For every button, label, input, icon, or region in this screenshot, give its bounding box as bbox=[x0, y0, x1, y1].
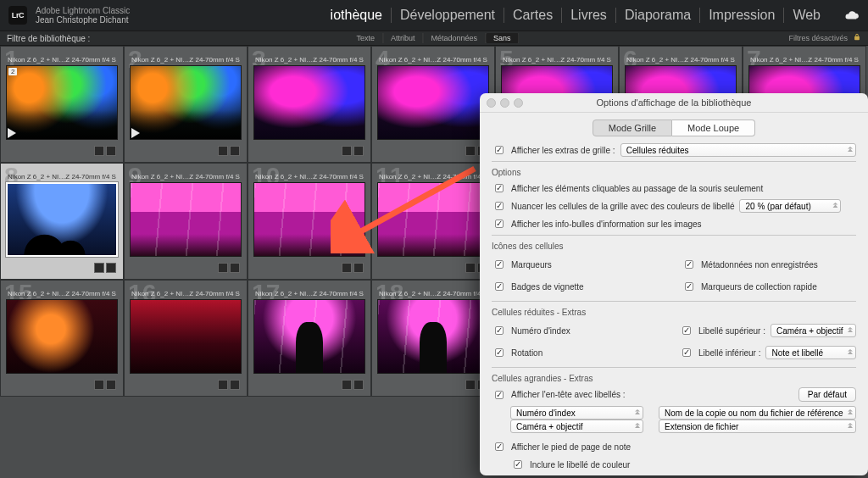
thumb-badge[interactable] bbox=[94, 263, 104, 273]
thumb-badge[interactable] bbox=[465, 263, 476, 273]
grid-cell[interactable]: 15Nikon Z 6_2 + NI…Z 24-70mm f/4 S bbox=[0, 280, 124, 397]
flag-icon[interactable] bbox=[8, 128, 16, 138]
btn-defaults[interactable]: Par défaut bbox=[798, 387, 856, 402]
sel-top-label[interactable]: Caméra + objectif bbox=[771, 324, 856, 337]
tab-loupe-mode[interactable]: Mode Loupe bbox=[672, 119, 755, 136]
grid-cell[interactable]: 4Nikon Z 6_2 + NI…Z 24-70mm f/4 S bbox=[371, 46, 495, 163]
grid-cell[interactable]: 11Nikon Z 6_2 + NI…Z 24-70mm f/4 S bbox=[371, 163, 495, 280]
thumb-badge[interactable] bbox=[94, 146, 104, 156]
chk-show-grid-extras[interactable] bbox=[495, 146, 504, 154]
cell-footer bbox=[248, 257, 370, 279]
grid-cell[interactable]: 17Nikon Z 6_2 + NI…Z 24-70mm f/4 S bbox=[248, 280, 371, 397]
thumbnail[interactable] bbox=[377, 299, 489, 374]
thumb-badge[interactable] bbox=[230, 146, 240, 156]
library-grid-area: 1Nikon Z 6_2 + NI…Z 24-70mm f/4 S22Nikon… bbox=[0, 46, 868, 478]
thumb-badge[interactable] bbox=[106, 263, 116, 273]
grid-cell[interactable]: 8Nikon Z 6_2 + NI…Z 24-70mm f/4 S bbox=[0, 163, 124, 280]
chk-clickable-hover[interactable] bbox=[495, 184, 504, 192]
sel-exp-field3[interactable]: Caméra + objectif bbox=[510, 420, 643, 433]
thumb-badge[interactable] bbox=[465, 146, 476, 156]
module-iothèque[interactable]: iothèque bbox=[322, 8, 392, 23]
thumb-badge[interactable] bbox=[353, 380, 364, 390]
module-développement[interactable]: Développement bbox=[392, 8, 504, 23]
filter-tab-métadonnées[interactable]: Métadonnées bbox=[423, 33, 486, 43]
chk-quick-collection[interactable] bbox=[685, 282, 693, 291]
thumb-badge[interactable] bbox=[230, 263, 240, 273]
tab-grid-mode[interactable]: Mode Grille bbox=[593, 119, 672, 136]
thumb-badge[interactable] bbox=[353, 263, 364, 273]
grid-cell[interactable]: 3Nikon Z 6_2 + NI…Z 24-70mm f/4 S bbox=[248, 46, 371, 163]
cell-top-label: Nikon Z 6_2 + NI…Z 24-70mm f/4 S bbox=[125, 281, 247, 299]
sel-grid-extras-style[interactable]: Cellules réduites bbox=[620, 143, 856, 157]
grid-cell[interactable]: 1Nikon Z 6_2 + NI…Z 24-70mm f/4 S2 bbox=[0, 46, 124, 163]
chk-index-number[interactable] bbox=[495, 326, 504, 335]
cloud-sync-icon[interactable] bbox=[837, 8, 860, 23]
thumb-badge[interactable] bbox=[218, 380, 228, 390]
filter-tab-attribut[interactable]: Attribut bbox=[383, 33, 424, 43]
thumbnail[interactable]: 2 bbox=[6, 65, 118, 140]
thumbnail[interactable] bbox=[253, 299, 365, 374]
thumb-badge[interactable] bbox=[218, 263, 228, 273]
module-impression[interactable]: Impression bbox=[700, 8, 784, 23]
thumbnail[interactable] bbox=[6, 299, 118, 374]
thumb-badge[interactable] bbox=[342, 263, 352, 273]
filter-tab-texte[interactable]: Texte bbox=[348, 33, 383, 43]
thumbnail[interactable] bbox=[6, 182, 118, 258]
window-traffic-lights[interactable] bbox=[487, 98, 523, 108]
thumb-badge[interactable] bbox=[465, 380, 476, 390]
dialog-titlebar[interactable]: Options d'affichage de la bibliothèque bbox=[480, 93, 868, 113]
sel-tint-amount[interactable]: 20 % (par défaut) bbox=[739, 199, 841, 213]
grid-cell[interactable]: 18Nikon Z 6_2 + NI…Z 24-70mm f/4 S bbox=[371, 280, 495, 397]
thumbnail[interactable] bbox=[130, 65, 242, 140]
lbl-show-rating-footer: Afficher le pied de page de note bbox=[511, 442, 631, 452]
cell-top-label: Nikon Z 6_2 + NI…Z 24-70mm f/4 S bbox=[248, 164, 370, 182]
chk-show-rating-footer[interactable] bbox=[495, 442, 504, 451]
thumb-badge[interactable] bbox=[94, 380, 104, 390]
thumb-badge[interactable] bbox=[342, 146, 352, 156]
grid-cell[interactable]: 9Nikon Z 6_2 + NI…Z 24-70mm f/4 S bbox=[124, 163, 248, 280]
chk-bottom-label[interactable] bbox=[682, 348, 691, 357]
cell-top-label: Nikon Z 6_2 + NI…Z 24-70mm f/4 S bbox=[496, 47, 618, 65]
chk-tint-cells[interactable] bbox=[495, 202, 504, 210]
grid-cell[interactable]: 10Nikon Z 6_2 + NI…Z 24-70mm f/4 S bbox=[248, 163, 371, 280]
thumbnail[interactable] bbox=[130, 182, 242, 257]
section-options-title: Options bbox=[492, 168, 856, 177]
chk-flags[interactable] bbox=[495, 260, 504, 269]
sel-exp-field4[interactable]: Extension de fichier bbox=[659, 420, 856, 433]
filter-tab-sans[interactable]: Sans bbox=[486, 33, 520, 43]
thumb-badge[interactable] bbox=[218, 146, 228, 156]
thumbnail[interactable] bbox=[253, 182, 365, 257]
sel-exp-field2[interactable]: Nom de la copie ou nom du fichier de réf… bbox=[659, 406, 856, 420]
sel-bottom-label[interactable]: Note et libellé bbox=[765, 346, 856, 359]
app-logo: LrC bbox=[8, 6, 27, 25]
chk-unsaved-meta[interactable] bbox=[685, 260, 693, 269]
module-diaporama[interactable]: Diaporama bbox=[616, 8, 700, 23]
flag-icon[interactable] bbox=[131, 128, 140, 138]
thumbnail[interactable] bbox=[253, 65, 365, 140]
chk-top-label[interactable] bbox=[682, 326, 691, 335]
chk-tooltips[interactable] bbox=[495, 220, 504, 228]
thumbnail[interactable] bbox=[130, 299, 242, 374]
chk-thumb-badges[interactable] bbox=[495, 282, 504, 291]
filters-disabled-text: Filtres désactivés bbox=[788, 34, 848, 42]
filter-status: Filtres désactivés bbox=[788, 33, 861, 43]
chk-rotation[interactable] bbox=[495, 348, 504, 357]
grid-cell[interactable]: 16Nikon Z 6_2 + NI…Z 24-70mm f/4 S bbox=[124, 280, 248, 397]
grid-cell[interactable]: 2Nikon Z 6_2 + NI…Z 24-70mm f/4 S bbox=[124, 46, 248, 163]
thumb-badge[interactable] bbox=[230, 380, 240, 390]
cell-top-label: Nikon Z 6_2 + NI…Z 24-70mm f/4 S bbox=[125, 164, 247, 182]
thumb-badge[interactable] bbox=[106, 146, 116, 156]
thumb-badge[interactable] bbox=[342, 380, 352, 390]
module-cartes[interactable]: Cartes bbox=[504, 8, 562, 23]
module-web[interactable]: Web bbox=[784, 8, 829, 23]
thumb-badge[interactable] bbox=[353, 146, 364, 156]
thumb-badge[interactable] bbox=[106, 380, 116, 390]
cell-top-label: Nikon Z 6_2 + NI…Z 24-70mm f/4 S bbox=[372, 281, 494, 299]
module-livres[interactable]: Livres bbox=[562, 8, 616, 23]
lock-icon[interactable] bbox=[853, 33, 861, 43]
thumbnail[interactable] bbox=[377, 182, 489, 257]
chk-include-color-label[interactable] bbox=[514, 460, 522, 469]
sel-exp-field1[interactable]: Numéro d'index bbox=[510, 406, 643, 420]
chk-show-header[interactable] bbox=[495, 391, 504, 399]
thumbnail[interactable] bbox=[377, 65, 489, 140]
